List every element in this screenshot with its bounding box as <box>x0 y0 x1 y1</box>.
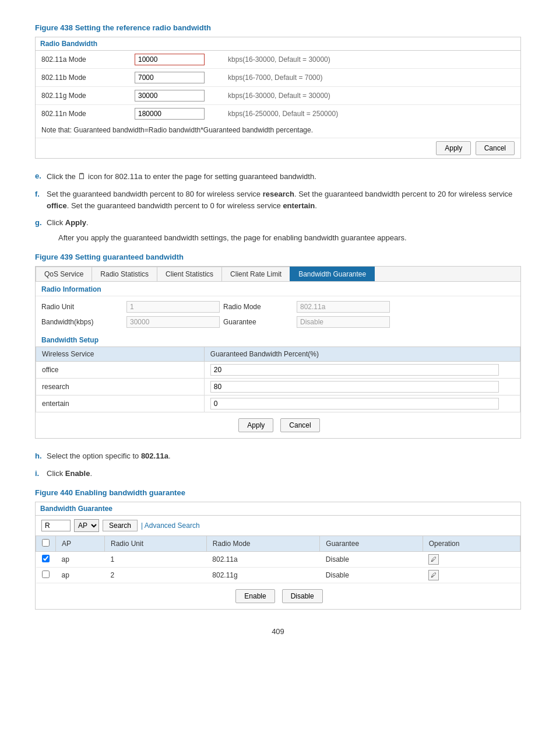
radio-mode-cell: 802.11a <box>206 552 320 568</box>
radio-info-grid: Radio Unit Radio Mode Bandwidth(kbps) Gu… <box>36 296 520 332</box>
mode-value[interactable] <box>129 51 222 69</box>
note-text: Note that: Guaranteed bandwidth=Radio ba… <box>36 123 520 138</box>
edit-icon[interactable]: 🖊 <box>428 554 439 565</box>
radio-bandwidth-table: 802.11a Mode kbps(16-30000, Default = 30… <box>36 51 520 158</box>
mode-value[interactable] <box>129 87 222 105</box>
bandwidth-table: APRadio UnitRadio ModeGuaranteeOperation… <box>36 536 520 583</box>
row-checkbox-cell[interactable] <box>36 568 56 583</box>
table-row: 802.11a Mode kbps(16-30000, Default = 30… <box>36 51 520 69</box>
service-name: entertain <box>36 396 205 412</box>
list-item: research <box>36 379 520 396</box>
table-row: ap 1 802.11a Disable 🖊 <box>36 552 520 568</box>
search-button[interactable]: Search <box>103 520 138 531</box>
list-item: entertain <box>36 396 520 412</box>
fig438-apply-button[interactable]: Apply <box>436 141 471 155</box>
steps-hi: h. Select the option specific to 802.11a… <box>35 450 521 479</box>
radio-bandwidth-header: Radio Bandwidth <box>36 37 520 51</box>
col-guarantee: Guarantee <box>320 536 423 552</box>
table-row: 802.11n Mode kbps(16-250000, Default = 2… <box>36 105 520 123</box>
operation-cell[interactable]: 🖊 <box>423 568 520 583</box>
ap-cell: ap <box>56 568 105 583</box>
service-percent[interactable] <box>204 379 520 396</box>
service-name: office <box>36 362 205 379</box>
bw-table: Wireless Service Guaranteed Bandwidth Pe… <box>36 346 520 412</box>
step-e: e. Click the 🗒 icon for 802.11a to enter… <box>35 170 521 183</box>
tab-bandwidth-guarantee[interactable]: Bandwidth Guarantee <box>290 267 375 281</box>
fig440-panel: Bandwidth Guarantee AP Search | Advanced… <box>35 502 521 610</box>
802-11a-label: 802.11a <box>141 452 168 460</box>
select-all-checkbox[interactable] <box>42 539 50 547</box>
mode-label: 802.11n Mode <box>36 105 129 123</box>
checkbox-col-header <box>36 536 56 552</box>
hint-text: kbps(16-30000, Default = 30000) <box>222 51 520 69</box>
col-wireless: Wireless Service <box>36 347 205 362</box>
fig438-cancel-button[interactable]: Cancel <box>476 141 515 155</box>
hint-text: kbps(16-7000, Default = 7000) <box>222 69 520 87</box>
enable-label: Enable <box>65 469 90 478</box>
steps-efg: e. Click the 🗒 icon for 802.11a to enter… <box>35 170 521 243</box>
mode-value[interactable] <box>129 69 222 87</box>
service-percent[interactable] <box>204 396 520 412</box>
figure-440-section: Figure 440 Enabling bandwidth guarantee … <box>35 488 521 610</box>
step-f: f. Set the guaranteed bandwidth percent … <box>35 188 521 211</box>
step-i: i. Click Enable. <box>35 468 521 480</box>
operation-cell[interactable]: 🖊 <box>423 552 520 568</box>
edit-icon[interactable]: 🖊 <box>428 570 439 580</box>
figure-440-title: Figure 440 Enabling bandwidth guarantee <box>35 488 521 497</box>
enable-button[interactable]: Enable <box>235 589 275 603</box>
radio-mode-cell: 802.11g <box>206 568 320 583</box>
tab-client-rate-limit[interactable]: Client Rate Limit <box>221 267 290 281</box>
row-checkbox[interactable] <box>42 570 50 578</box>
hint-text: kbps(16-30000, Default = 30000) <box>222 87 520 105</box>
col-radio-mode: Radio Mode <box>206 536 320 552</box>
figure-439-section: Figure 439 Setting guaranteed bandwidth … <box>35 253 521 439</box>
fig440-btn-row: Enable Disable <box>36 583 520 609</box>
radio-mode-label: Radio Mode <box>223 303 293 311</box>
guarantee-cell: Disable <box>320 552 423 568</box>
radio-unit-input[interactable] <box>126 301 220 313</box>
service-percent[interactable] <box>204 362 520 379</box>
bw-setup-header: Bandwidth Setup <box>36 332 520 346</box>
row-checkbox-cell[interactable] <box>36 552 56 568</box>
step-g: g. Click Apply. After you apply the guar… <box>35 217 521 243</box>
service-name: research <box>36 379 205 396</box>
disable-button[interactable]: Disable <box>282 589 323 603</box>
guarantee-cell: Disable <box>320 568 423 583</box>
fig439-cancel-button[interactable]: Cancel <box>280 418 319 432</box>
guarantee-input[interactable] <box>297 316 390 328</box>
bandwidth-input[interactable] <box>126 316 220 328</box>
radio-mode-input[interactable] <box>297 301 390 313</box>
row-checkbox[interactable] <box>42 555 50 562</box>
tab-client-statistics[interactable]: Client Statistics <box>157 267 222 281</box>
col-operation: Operation <box>423 536 520 552</box>
office-label: office <box>47 201 67 210</box>
tabs-row: QoS ServiceRadio StatisticsClient Statis… <box>36 267 520 282</box>
mode-label: 802.11g Mode <box>36 87 129 105</box>
tab-qos-service[interactable]: QoS Service <box>36 267 92 281</box>
table-row: 802.11b Mode kbps(16-7000, Default = 700… <box>36 69 520 87</box>
figure-438-section: Figure 438 Setting the reference radio b… <box>35 23 521 159</box>
table-row: 802.11g Mode kbps(16-30000, Default = 30… <box>36 87 520 105</box>
fig439-apply-button[interactable]: Apply <box>238 418 273 432</box>
col-guarantee: Guaranteed Bandwidth Percent(%) <box>204 347 520 362</box>
figure-438-title: Figure 438 Setting the reference radio b… <box>35 23 521 32</box>
guarantee-label: Guarantee <box>223 318 293 326</box>
step-h: h. Select the option specific to 802.11a… <box>35 450 521 462</box>
search-bar: AP Search | Advanced Search <box>36 516 520 536</box>
mode-value[interactable] <box>129 105 222 123</box>
apply-label: Apply <box>65 218 86 227</box>
note-row: Note that: Guaranteed bandwidth=Radio ba… <box>36 123 520 138</box>
mode-label: 802.11a Mode <box>36 51 129 69</box>
bw-guarantee-header: Bandwidth Guarantee <box>36 502 520 516</box>
figure-439-title: Figure 439 Setting guaranteed bandwidth <box>35 253 521 261</box>
tab-radio-statistics[interactable]: Radio Statistics <box>92 267 157 281</box>
search-input[interactable] <box>41 520 71 531</box>
advanced-search-link[interactable]: | Advanced Search <box>141 522 200 530</box>
step-g-subpara: After you apply the guaranteed bandwidth… <box>58 232 521 244</box>
fig439-panel: QoS ServiceRadio StatisticsClient Statis… <box>35 266 521 439</box>
radio-bandwidth-panel: Radio Bandwidth 802.11a Mode kbps(16-300… <box>35 37 521 159</box>
search-select[interactable]: AP <box>74 519 99 532</box>
radio-unit-cell: 1 <box>105 552 207 568</box>
research-label: research <box>263 190 294 198</box>
hint-text: kbps(16-250000, Default = 250000) <box>222 105 520 123</box>
